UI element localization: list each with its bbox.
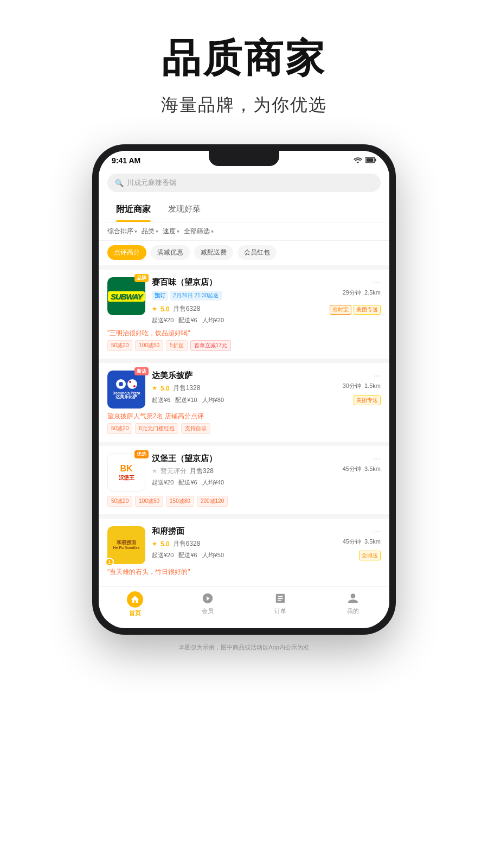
dominos-more-btn[interactable]: ··· (374, 371, 381, 381)
subway-time-dist: 29分钟 2.5km (343, 289, 381, 297)
profile-icon (346, 591, 360, 605)
tags-row: 点评高分 满减优惠 减配送费 会员红包 (99, 241, 389, 265)
tag-high-rating[interactable]: 点评高分 (107, 245, 146, 260)
subway-rating: ★ 5.0 月售6328 (152, 304, 200, 314)
filter-speed[interactable]: 速度 ▾ (163, 227, 179, 236)
tag-member-coupon[interactable]: 会员红包 (237, 245, 277, 260)
tag-free-delivery[interactable]: 减配送费 (194, 245, 233, 260)
nav-profile[interactable]: 我的 (317, 591, 389, 617)
promo-tag: 100减50 (135, 340, 163, 351)
nav-order-label: 订单 (274, 607, 286, 615)
page-title: 品质商家 (161, 33, 327, 85)
hefu-rating: ★ 5.0 月售6328 (152, 539, 200, 548)
phone-shell: 9:41 AM 🔍 川成元麻辣香锅 附近商家 发现好菜 (92, 144, 396, 635)
dominos-name: 达美乐披萨 (152, 371, 192, 381)
subway-review: "三明治很好吃，饮品超好喝" (107, 329, 381, 338)
nav-order[interactable]: 订单 (244, 591, 317, 617)
promo-tag-special: 首单立减17元 (190, 340, 231, 351)
bk-time-dist: 45分钟 3.5km (343, 465, 381, 473)
order-icon (273, 591, 287, 605)
hefu-delivery-badge: 全城送 (359, 551, 381, 560)
merchant-card-subway[interactable]: SUBWAY 品牌 赛百味（望京店） ··· 预订 2月26日 21:30起送 (99, 270, 389, 359)
search-bar-wrap: 🔍 川成元麻辣香锅 (99, 168, 389, 197)
promo-tag: 支持自取 (181, 423, 210, 434)
phone-screen: 9:41 AM 🔍 川成元麻辣香锅 附近商家 发现好菜 (99, 151, 389, 628)
promo-tag: 50减20 (107, 496, 132, 507)
promo-tag: 50减20 (107, 340, 132, 351)
nav-home-label: 首页 (129, 609, 141, 617)
bk-rating: ★ 暂无评分 月售328 (152, 467, 214, 476)
footer-note: 本图仅为示例，图中商品或活动以App内公示为准 (179, 635, 309, 662)
select-badge: 优选 (134, 450, 149, 458)
nav-member[interactable]: 会员 (171, 591, 244, 617)
hefu-logo: 和府捞面 He Fu Noodles 1 (107, 526, 145, 564)
dominos-logo: Domino's Pizza达美乐比萨 新店 (107, 371, 145, 409)
on-time-badge: 准时宝 (330, 305, 351, 315)
svg-rect-2 (367, 158, 374, 162)
bk-promos: 50减20 100减50 150减80 200减120 (107, 496, 381, 507)
dominos-promos: 50减20 6元无门槛红包 支持自取 (107, 423, 381, 434)
new-badge: 新店 (134, 367, 149, 375)
filter-sort[interactable]: 综合排序 ▾ (107, 227, 137, 236)
subway-service-badges: 准时宝 美团专送 (330, 305, 381, 315)
subway-logo: SUBWAY 品牌 (107, 277, 145, 315)
home-icon (127, 591, 143, 608)
dominos-service-badges: 美团专送 (354, 395, 381, 405)
hefu-review: "当天雄的石头，竹日很好的" (107, 567, 381, 577)
subway-fees: 起送¥20 配送¥6 人均¥20 (152, 316, 381, 324)
promo-tag: 100减50 (135, 496, 163, 507)
search-bar[interactable]: 🔍 川成元麻辣香锅 (107, 174, 381, 192)
filter-row: 综合排序 ▾ 品类 ▾ 速度 ▾ 全部筛选 ▾ (99, 222, 389, 241)
merchant-card-hefu[interactable]: 和府捞面 He Fu Noodles 1 和府捞面 ··· ★ 5. (99, 519, 389, 586)
promo-tag: 150减80 (166, 496, 194, 507)
svg-rect-1 (375, 158, 376, 161)
merchant-card-dominos[interactable]: Domino's Pizza达美乐比萨 新店 达美乐披萨 ··· ★ 5.0 月… (99, 363, 389, 442)
bottom-nav: 首页 会员 订单 我的 (99, 586, 389, 628)
member-icon (201, 591, 215, 605)
dominos-rating: ★ 5.0 月售1328 (152, 384, 200, 393)
page-header: 品质商家 海量品牌，为你优选 (161, 0, 327, 133)
tab-nearby-merchants[interactable]: 附近商家 (107, 197, 159, 222)
hefu-name: 和府捞面 (152, 526, 184, 537)
dominos-time-dist: 30分钟 1.5km (343, 382, 381, 390)
filter-category[interactable]: 品类 ▾ (142, 227, 158, 236)
bk-logo: BK 汉堡王 优选 (107, 454, 145, 492)
dominos-info: 达美乐披萨 ··· ★ 5.0 月售1328 30分钟 1.5km (152, 371, 381, 405)
preorder-label: 预订 (152, 291, 168, 301)
page-subtitle: 海量品牌，为你优选 (161, 93, 327, 117)
search-icon: 🔍 (115, 179, 124, 187)
bk-name: 汉堡王（望京店） (152, 454, 217, 464)
bk-info: 汉堡王（望京店） ··· ★ 暂无评分 月售328 45分钟 3.5km (152, 454, 381, 488)
search-input-placeholder: 川成元麻辣香锅 (127, 178, 176, 188)
hefu-info: 和府捞面 ··· ★ 5.0 月售6328 45分钟 3.5km (152, 526, 381, 560)
subway-more-btn[interactable]: ··· (374, 278, 381, 288)
status-icons (354, 157, 376, 165)
promo-tag: 5折起 (166, 340, 188, 351)
subway-info: 赛百味（望京店） ··· 预订 2月26日 21:30起送 29分钟 2.5km (152, 277, 381, 326)
meituan-badge: 美团专送 (354, 305, 381, 315)
preorder-time: 2月26日 21:30起送 (170, 291, 222, 301)
filter-all[interactable]: 全部筛选 ▾ (184, 227, 214, 236)
merchant-card-bk[interactable]: BK 汉堡王 优选 汉堡王（望京店） ··· ★ 暂无评分 (99, 446, 389, 514)
battery-icon (365, 157, 376, 165)
promo-tag: 50减20 (107, 423, 132, 434)
wifi-icon (354, 157, 362, 165)
hefu-more-btn[interactable]: ··· (374, 527, 381, 537)
tab-discover-food[interactable]: 发现好菜 (159, 197, 209, 222)
status-time: 9:41 AM (112, 156, 140, 165)
brand-badge: 品牌 (134, 274, 149, 282)
meituan-badge-2: 美团专送 (354, 395, 381, 405)
dominos-review: 望京披萨人气第2名 店铺高分点评 (107, 412, 381, 421)
bk-more-btn[interactable]: ··· (374, 454, 381, 464)
dominos-fees: 起送¥6 配送¥10 人均¥80 (152, 396, 227, 404)
nav-profile-label: 我的 (347, 607, 359, 615)
bk-fees: 起送¥20 配送¥6 人均¥40 (152, 478, 381, 487)
tag-discounts[interactable]: 满减优惠 (151, 245, 190, 260)
promo-tag: 6元无门槛红包 (135, 423, 178, 434)
hefu-fees: 起送¥20 配送¥6 人均¥50 (152, 551, 227, 559)
promo-tag: 200减120 (197, 496, 228, 507)
tabs-row: 附近商家 发现好菜 (99, 197, 389, 222)
hefu-time-dist: 45分钟 3.5km (343, 538, 381, 546)
subway-promos: 50减20 100减50 5折起 首单立减17元 (107, 340, 381, 351)
nav-home[interactable]: 首页 (99, 591, 171, 617)
